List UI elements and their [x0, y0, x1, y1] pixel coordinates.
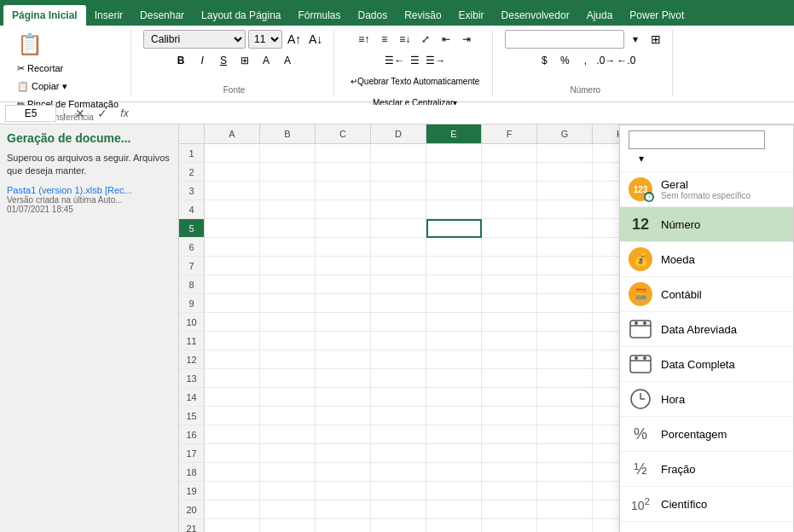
tab-ajuda[interactable]: Ajuda [578, 5, 622, 26]
cell-G2[interactable] [537, 163, 593, 182]
row-header-21[interactable]: 21 [179, 519, 205, 532]
cell-D10[interactable] [371, 313, 426, 332]
cell-G9[interactable] [537, 294, 593, 313]
cell-C19[interactable] [316, 482, 371, 500]
cell-G7[interactable] [537, 257, 593, 275]
align-middle-button[interactable]: ≡ [375, 30, 394, 49]
cell-G6[interactable] [537, 238, 593, 257]
cell-D2[interactable] [371, 163, 426, 182]
format-item-texto[interactable]: ab Texto [620, 522, 793, 532]
cell-A17[interactable] [205, 444, 260, 463]
align-right-button[interactable]: ☰→ [426, 51, 445, 70]
cell-G17[interactable] [537, 444, 593, 463]
cell-E12[interactable] [426, 350, 482, 369]
row-header-20[interactable]: 20 [179, 500, 205, 519]
cell-C1[interactable] [316, 144, 371, 163]
cell-C20[interactable] [316, 500, 371, 519]
cell-D8[interactable] [371, 275, 426, 294]
cell-A7[interactable] [205, 257, 260, 275]
format-search-input[interactable] [629, 130, 765, 149]
align-left-button[interactable]: ☰← [385, 51, 404, 70]
cell-E9[interactable] [426, 294, 482, 313]
cell-B13[interactable] [260, 369, 316, 388]
row-header-14[interactable]: 14 [179, 388, 205, 407]
tab-desenhar[interactable]: Desenhar [131, 5, 193, 26]
cell-F1[interactable] [482, 144, 537, 163]
row-header-17[interactable]: 17 [179, 444, 205, 463]
confirm-formula-button[interactable]: ✓ [93, 105, 112, 122]
cell-G10[interactable] [537, 313, 593, 332]
cell-C10[interactable] [316, 313, 371, 332]
cell-A9[interactable] [205, 294, 260, 313]
wrap-text-button[interactable]: ↵ Quebrar Texto Automaticamente [346, 72, 484, 91]
cell-D14[interactable] [371, 388, 426, 407]
row-header-2[interactable]: 2 [179, 163, 205, 182]
cell-A6[interactable] [205, 238, 260, 257]
tab-revisao[interactable]: Revisão [396, 5, 449, 26]
cell-D3[interactable] [371, 182, 426, 200]
row-header-6[interactable]: 6 [179, 238, 205, 257]
cell-D7[interactable] [371, 257, 426, 275]
cell-E14[interactable] [426, 388, 482, 407]
cell-C9[interactable] [316, 294, 371, 313]
cell-D4[interactable] [371, 200, 426, 219]
row-header-15[interactable]: 15 [179, 407, 205, 425]
cell-D16[interactable] [371, 425, 426, 444]
cell-C11[interactable] [316, 332, 371, 350]
format-item-hora[interactable]: Hora [620, 382, 793, 417]
cell-C18[interactable] [316, 463, 371, 482]
cell-D18[interactable] [371, 463, 426, 482]
cell-F12[interactable] [482, 350, 537, 369]
cell-F21[interactable] [482, 519, 537, 532]
cell-D5[interactable] [371, 219, 426, 238]
cell-B9[interactable] [260, 294, 316, 313]
number-format-dropdown-button[interactable]: ▾ [626, 30, 645, 49]
row-header-3[interactable]: 3 [179, 182, 205, 200]
col-header-f[interactable]: F [482, 124, 537, 143]
align-center-button[interactable]: ☰ [406, 51, 425, 70]
format-item-contabil[interactable]: 🧮 Contábil [620, 277, 793, 312]
cell-G19[interactable] [537, 482, 593, 500]
cell-A21[interactable] [205, 519, 260, 532]
cell-F4[interactable] [482, 200, 537, 219]
cell-G18[interactable] [537, 463, 593, 482]
row-header-9[interactable]: 9 [179, 294, 205, 313]
cell-A2[interactable] [205, 163, 260, 182]
border-button[interactable]: ⊞ [235, 51, 254, 70]
cell-C4[interactable] [316, 200, 371, 219]
col-header-c[interactable]: C [316, 124, 371, 143]
row-header-7[interactable]: 7 [179, 257, 205, 275]
cell-F15[interactable] [482, 407, 537, 425]
cancel-formula-button[interactable]: ✕ [71, 105, 90, 122]
cell-A8[interactable] [205, 275, 260, 294]
cell-A14[interactable] [205, 388, 260, 407]
format-item-moeda[interactable]: 💰 Moeda [620, 242, 793, 277]
font-name-select[interactable]: Calibri [143, 30, 246, 49]
cell-G15[interactable] [537, 407, 593, 425]
cell-E17[interactable] [426, 444, 482, 463]
tab-layout[interactable]: Layout da Página [193, 5, 289, 26]
row-header-8[interactable]: 8 [179, 275, 205, 294]
cell-E8[interactable] [426, 275, 482, 294]
font-color-button[interactable]: A [278, 51, 297, 70]
decimal-increase-button[interactable]: .0→ [596, 51, 615, 70]
cell-B1[interactable] [260, 144, 316, 163]
cell-B12[interactable] [260, 350, 316, 369]
format-item-data-completa[interactable]: Data Completa [620, 347, 793, 382]
cell-E1[interactable] [426, 144, 482, 163]
cell-A5[interactable] [205, 219, 260, 238]
row-header-4[interactable]: 4 [179, 200, 205, 219]
cell-F5[interactable] [482, 219, 537, 238]
cell-G21[interactable] [537, 519, 593, 532]
cell-A16[interactable] [205, 425, 260, 444]
cell-A4[interactable] [205, 200, 260, 219]
cell-C2[interactable] [316, 163, 371, 182]
row-header-10[interactable]: 10 [179, 313, 205, 332]
cell-E7[interactable] [426, 257, 482, 275]
cell-B2[interactable] [260, 163, 316, 182]
cell-E21[interactable] [426, 519, 482, 532]
cell-F20[interactable] [482, 500, 537, 519]
cell-F18[interactable] [482, 463, 537, 482]
cell-E13[interactable] [426, 369, 482, 388]
cell-B18[interactable] [260, 463, 316, 482]
